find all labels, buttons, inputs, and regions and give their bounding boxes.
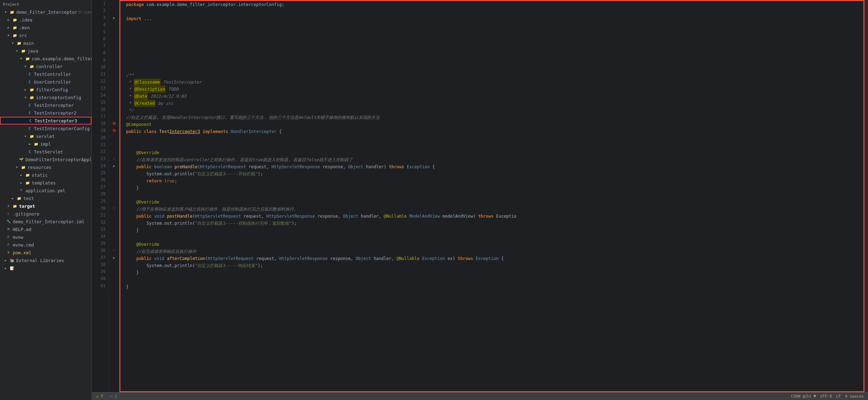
item-label: mvnw.cmd bbox=[13, 242, 34, 248]
java-file-icon: C bbox=[27, 102, 32, 108]
folder-icon: 📁 bbox=[29, 133, 35, 139]
md-icon: M bbox=[6, 226, 11, 232]
status-left: ⚠ 7 ✓ 2 bbox=[96, 394, 117, 399]
sidebar-item-TestIntercepter[interactable]: C TestIntercepter bbox=[0, 101, 91, 109]
item-label: src bbox=[19, 33, 27, 38]
code-line-40 bbox=[126, 276, 858, 283]
ln-34: 34 bbox=[93, 233, 106, 240]
sidebar-item-application-yml[interactable]: Y application.yml bbox=[0, 187, 91, 194]
folder-icon: 📁 bbox=[20, 164, 26, 170]
code-line-27: } bbox=[126, 184, 858, 192]
item-label: TestServlet bbox=[34, 149, 63, 154]
item-label: mvnw bbox=[13, 235, 23, 240]
gc-33 bbox=[109, 226, 119, 233]
sidebar-item-test[interactable]: 📁 test bbox=[0, 194, 91, 202]
sidebar-item-static[interactable]: 📁 static bbox=[0, 171, 91, 179]
code-line-4 bbox=[126, 22, 858, 29]
code-line-26: return true; bbox=[126, 177, 858, 184]
sidebar-item-UserController[interactable]: C UserController bbox=[0, 78, 91, 86]
code-line-31: public void postHandle(HttpServletReques… bbox=[126, 213, 858, 220]
ln-19: 19 bbox=[93, 127, 106, 134]
sidebar-title: Project bbox=[0, 0, 91, 8]
item-label: .gitignore bbox=[13, 211, 39, 217]
sidebar-item-mvn[interactable]: 📁 .mvn bbox=[0, 24, 91, 31]
gc-7 bbox=[109, 42, 119, 49]
code-line-21 bbox=[126, 142, 858, 149]
java-file-icon: C bbox=[27, 71, 32, 77]
ln-16: 16 bbox=[93, 106, 106, 113]
sidebar-item-iml[interactable]: 🔧 demo_Filter_Interceptor.iml bbox=[0, 218, 91, 225]
code-line-12: * @Classname TestIntercepter bbox=[126, 79, 858, 86]
code-line-32: System.out.println("自定义拦截器3-----控制器执行完毕，… bbox=[126, 220, 858, 227]
ln-8: 8 bbox=[93, 49, 106, 56]
ln-41: 41 bbox=[93, 282, 106, 289]
java-file-icon: C bbox=[28, 118, 33, 123]
expand-icon bbox=[6, 17, 11, 23]
sidebar-item-TestIntercepter3[interactable]: C TestIntercepter3 bbox=[0, 117, 91, 125]
code-line-22: @Override bbox=[126, 149, 858, 156]
sidebar-item-DemoApp[interactable]: 🌱 DemoFilterInterceptorApplication bbox=[0, 156, 91, 163]
line-numbers: 1 2 3 4 5 6 7 8 9 10 11 12 13 14 15 16 1… bbox=[92, 0, 109, 392]
root-label: demo_Filter_Interceptor bbox=[16, 10, 77, 15]
sidebar-item-TestController[interactable]: C TestController bbox=[0, 70, 91, 78]
sidebar-item-TestServlet[interactable]: C TestServlet bbox=[0, 148, 91, 156]
code-line-13: * @Description TODO bbox=[126, 86, 858, 93]
sidebar-item-resources[interactable]: 📁 resources bbox=[0, 163, 91, 171]
gc-25 bbox=[109, 169, 119, 176]
code-line-6 bbox=[126, 36, 858, 43]
code-line-25: System.out.println("自定义拦截器3-----开始拦截"); bbox=[126, 170, 858, 177]
gc-5 bbox=[109, 28, 119, 35]
sidebar-item-target[interactable]: 📁 target bbox=[0, 202, 91, 210]
gc-40 bbox=[109, 275, 119, 282]
sidebar-item-ext-libs[interactable]: 📚 External Libraries bbox=[0, 256, 91, 264]
sidebar-item-mvnw[interactable]: F mvnw bbox=[0, 233, 91, 241]
code-line-23: //在将请求发送到控制器controller之前执行操作. 若返回true就进入… bbox=[126, 156, 858, 163]
code-line-37: public void afterCompletion(HttpServletR… bbox=[126, 255, 858, 262]
editor-area: 1 2 3 4 5 6 7 8 9 10 11 12 13 14 15 16 1… bbox=[92, 0, 868, 400]
ln-4: 4 bbox=[93, 21, 106, 28]
code-content[interactable]: package com.example.demo_filter_intercep… bbox=[119, 0, 864, 392]
folder-icon: 📁 bbox=[12, 25, 18, 30]
sidebar-item-com-example[interactable]: 📁 com.example.demo_filter_interceptor bbox=[0, 55, 91, 62]
ln-21: 21 bbox=[93, 141, 106, 148]
sidebar-item-help-md[interactable]: M HELP.md bbox=[0, 225, 91, 233]
sidebar-item-templates[interactable]: 📁 templates bbox=[0, 179, 91, 187]
sidebar-item-src[interactable]: 📁 src bbox=[0, 31, 91, 39]
sidebar-item-main[interactable]: 📁 main bbox=[0, 39, 91, 47]
ln-30: 30 bbox=[93, 205, 106, 212]
yaml-icon: Y bbox=[18, 188, 24, 193]
folder-icon: 📁 bbox=[29, 95, 35, 100]
gc-2 bbox=[109, 7, 119, 14]
expand-icon bbox=[10, 40, 16, 46]
sidebar-item-java[interactable]: 📁 java bbox=[0, 47, 91, 55]
java-file-icon: C bbox=[27, 149, 32, 154]
java-file-icon: 🌱 bbox=[18, 157, 24, 162]
sidebar-item-root[interactable]: 📁 demo_Filter_Interceptor D:\javaproject… bbox=[0, 8, 91, 16]
sidebar-item-interceptorConfig[interactable]: 📁 interceptorConfig bbox=[0, 93, 91, 101]
item-label: application.yml bbox=[25, 188, 65, 193]
sidebar-item-pom-xml[interactable]: X pom.xml bbox=[0, 249, 91, 256]
sidebar-item-filterConfig[interactable]: 📁 filterConfig bbox=[0, 86, 91, 93]
ln-32: 32 bbox=[93, 219, 106, 226]
sidebar-item-mvnw-cmd[interactable]: F mvnw.cmd bbox=[0, 241, 91, 249]
item-label: TestIntercepter2 bbox=[34, 110, 76, 116]
sidebar-item-scratches[interactable]: 📝 bbox=[0, 264, 91, 272]
ln-11: 11 bbox=[93, 71, 106, 78]
sidebar-item-TestIntercepter2[interactable]: C TestIntercepter2 bbox=[0, 109, 91, 117]
gc-9 bbox=[109, 56, 119, 63]
code-editor[interactable]: 1 2 3 4 5 6 7 8 9 10 11 12 13 14 15 16 1… bbox=[92, 0, 868, 392]
sidebar-item-gitignore[interactable]: G .gitignore bbox=[0, 210, 91, 218]
sidebar-item-impl[interactable]: 📁 impl bbox=[0, 140, 91, 148]
gc-28 bbox=[109, 190, 119, 198]
sidebar-item-TestIntercepterConfig[interactable]: C TestIntercepterConfig bbox=[0, 125, 91, 132]
code-line-19: public class TestIntercepter3 implements… bbox=[126, 128, 858, 135]
code-line-28 bbox=[126, 192, 858, 199]
sidebar-item-idea[interactable]: 📁 .idea bbox=[0, 16, 91, 24]
expand-icon bbox=[6, 203, 11, 209]
scrollbar[interactable] bbox=[864, 0, 868, 392]
folder-icon: 📁 bbox=[12, 203, 18, 209]
sidebar-item-controller[interactable]: 📁 controller bbox=[0, 62, 91, 70]
sidebar-item-servlet[interactable]: 📁 servlet bbox=[0, 132, 91, 140]
gc-16 bbox=[109, 106, 119, 113]
gc-34 bbox=[109, 233, 119, 240]
